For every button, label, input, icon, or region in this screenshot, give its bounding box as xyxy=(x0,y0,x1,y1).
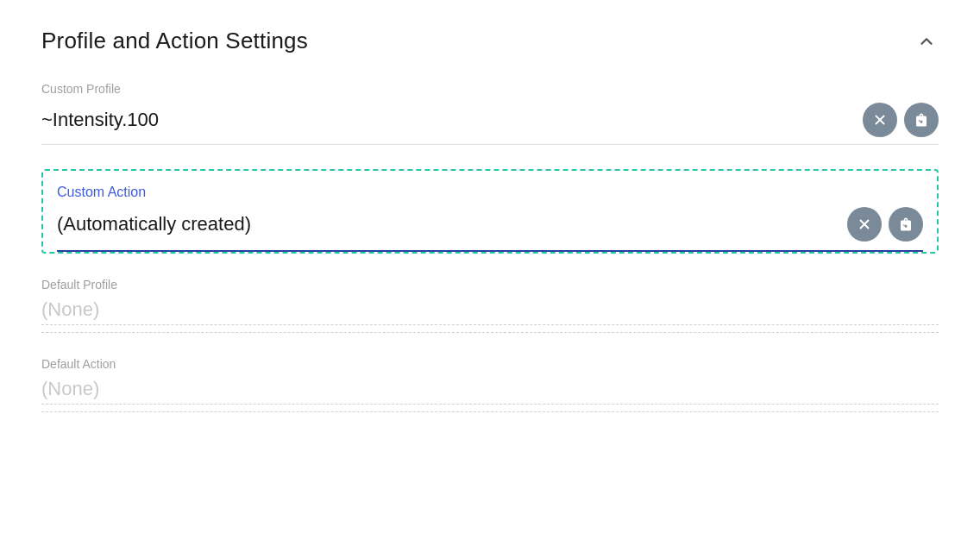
default-profile-placeholder: (None) xyxy=(41,298,99,321)
custom-action-field: (Automatically created) xyxy=(57,207,923,252)
page-container: Profile and Action Settings Custom Profi… xyxy=(0,0,980,552)
default-action-divider xyxy=(41,404,939,405)
custom-action-edit-button[interactable] xyxy=(889,207,923,242)
custom-profile-section: Custom Profile ~Intensity.100 xyxy=(41,82,939,145)
custom-profile-label: Custom Profile xyxy=(41,82,939,96)
custom-action-section: Custom Action (Automatically created) xyxy=(41,169,939,254)
default-action-field: (None) xyxy=(41,378,939,400)
custom-profile-clear-button[interactable] xyxy=(863,103,897,137)
default-action-section: Default Action (None) xyxy=(41,357,939,412)
custom-action-buttons xyxy=(847,207,923,242)
default-profile-field: (None) xyxy=(41,298,939,321)
default-profile-divider xyxy=(41,324,939,325)
custom-action-clear-button[interactable] xyxy=(847,207,882,242)
custom-profile-value: ~Intensity.100 xyxy=(41,109,159,131)
custom-profile-buttons xyxy=(863,103,939,137)
custom-profile-edit-button[interactable] xyxy=(904,103,939,137)
custom-action-value: (Automatically created) xyxy=(57,213,251,235)
custom-profile-field: ~Intensity.100 xyxy=(41,103,939,145)
page-title: Profile and Action Settings xyxy=(41,28,308,54)
custom-action-label: Custom Action xyxy=(57,185,923,200)
default-profile-label: Default Profile xyxy=(41,278,939,292)
collapse-button[interactable] xyxy=(914,29,939,53)
section-header: Profile and Action Settings xyxy=(41,28,939,54)
default-profile-section: Default Profile (None) xyxy=(41,278,939,333)
default-action-label: Default Action xyxy=(41,357,939,371)
default-action-placeholder: (None) xyxy=(41,378,99,400)
